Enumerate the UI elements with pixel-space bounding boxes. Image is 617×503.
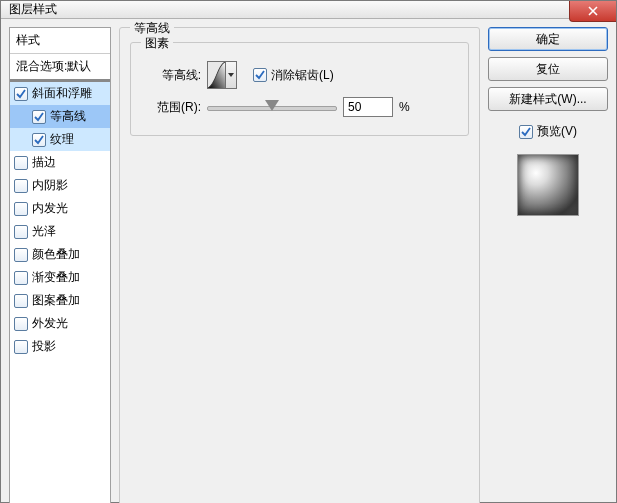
style-item[interactable]: 投影 (10, 335, 110, 358)
style-item-label: 外发光 (32, 315, 68, 332)
contour-row: 等高线: (141, 61, 458, 89)
style-item-label: 颜色叠加 (32, 246, 80, 263)
range-unit: % (399, 100, 410, 114)
contour-group: 等高线 图素 等高线: (119, 27, 480, 503)
window-title: 图层样式 (9, 1, 57, 18)
preview-label: 预览(V) (537, 123, 577, 140)
styles-header[interactable]: 样式 (10, 28, 110, 54)
preview-thumbnail (517, 154, 579, 216)
new-style-label: 新建样式(W)... (509, 91, 586, 108)
style-item[interactable]: 描边 (10, 151, 110, 174)
style-item-label: 图案叠加 (32, 292, 80, 309)
chevron-down-icon (228, 73, 234, 77)
layer-style-dialog: 图层样式 样式 混合选项:默认 斜面和浮雕等高线纹理描边内阴影内发光光泽颜色叠加… (0, 0, 617, 503)
right-panel: 确定 复位 新建样式(W)... 预览(V) (488, 27, 608, 503)
style-item[interactable]: 内阴影 (10, 174, 110, 197)
style-item-label: 斜面和浮雕 (32, 85, 92, 102)
range-input[interactable] (343, 97, 393, 117)
antialias-checkbox[interactable]: 消除锯齿(L) (253, 67, 334, 84)
center-panel: 等高线 图素 等高线: (119, 27, 480, 503)
style-checkbox[interactable] (14, 225, 28, 239)
style-checkbox[interactable] (14, 248, 28, 262)
preview-check-icon (519, 125, 533, 139)
range-slider[interactable] (207, 99, 337, 115)
antialias-check-icon (253, 68, 267, 82)
style-item[interactable]: 光泽 (10, 220, 110, 243)
style-checkbox[interactable] (14, 87, 28, 101)
dialog-body: 样式 混合选项:默认 斜面和浮雕等高线纹理描边内阴影内发光光泽颜色叠加渐变叠加图… (1, 19, 616, 503)
contour-picker[interactable] (207, 61, 237, 89)
style-item[interactable]: 渐变叠加 (10, 266, 110, 289)
style-item-label: 内发光 (32, 200, 68, 217)
style-checkbox[interactable] (14, 202, 28, 216)
close-icon (588, 6, 598, 16)
range-row: 范围(R): % (141, 97, 458, 117)
style-item-label: 纹理 (50, 131, 74, 148)
style-item-label: 等高线 (50, 108, 86, 125)
style-checkbox[interactable] (14, 271, 28, 285)
antialias-label: 消除锯齿(L) (271, 67, 334, 84)
style-item-label: 光泽 (32, 223, 56, 240)
style-checkbox[interactable] (32, 110, 46, 124)
elements-group: 图素 等高线: (130, 42, 469, 136)
close-button[interactable] (569, 1, 616, 22)
style-item-label: 渐变叠加 (32, 269, 80, 286)
style-checkbox[interactable] (14, 294, 28, 308)
contour-label: 等高线: (141, 67, 201, 84)
preview-checkbox[interactable]: 预览(V) (488, 123, 608, 140)
style-item[interactable]: 纹理 (10, 128, 110, 151)
reset-button[interactable]: 复位 (488, 57, 608, 81)
style-item[interactable]: 等高线 (10, 105, 110, 128)
style-item-label: 投影 (32, 338, 56, 355)
contour-dropdown[interactable] (225, 62, 236, 88)
style-checkbox[interactable] (14, 317, 28, 331)
style-item-label: 内阴影 (32, 177, 68, 194)
style-item-label: 描边 (32, 154, 56, 171)
blending-options-header[interactable]: 混合选项:默认 (10, 54, 110, 82)
slider-thumb[interactable] (265, 100, 279, 111)
ok-label: 确定 (536, 31, 560, 48)
style-checkbox[interactable] (14, 179, 28, 193)
new-style-button[interactable]: 新建样式(W)... (488, 87, 608, 111)
style-item[interactable]: 颜色叠加 (10, 243, 110, 266)
style-checkbox[interactable] (32, 133, 46, 147)
styles-list: 斜面和浮雕等高线纹理描边内阴影内发光光泽颜色叠加渐变叠加图案叠加外发光投影 (10, 82, 110, 358)
style-item[interactable]: 图案叠加 (10, 289, 110, 312)
style-checkbox[interactable] (14, 340, 28, 354)
titlebar: 图层样式 (1, 1, 616, 19)
styles-panel: 样式 混合选项:默认 斜面和浮雕等高线纹理描边内阴影内发光光泽颜色叠加渐变叠加图… (9, 27, 111, 503)
style-item[interactable]: 外发光 (10, 312, 110, 335)
elements-group-label: 图素 (141, 35, 173, 52)
style-item[interactable]: 斜面和浮雕 (10, 82, 110, 105)
ok-button[interactable]: 确定 (488, 27, 608, 51)
style-checkbox[interactable] (14, 156, 28, 170)
style-item[interactable]: 内发光 (10, 197, 110, 220)
contour-preview (208, 62, 225, 88)
range-label: 范围(R): (141, 99, 201, 116)
reset-label: 复位 (536, 61, 560, 78)
